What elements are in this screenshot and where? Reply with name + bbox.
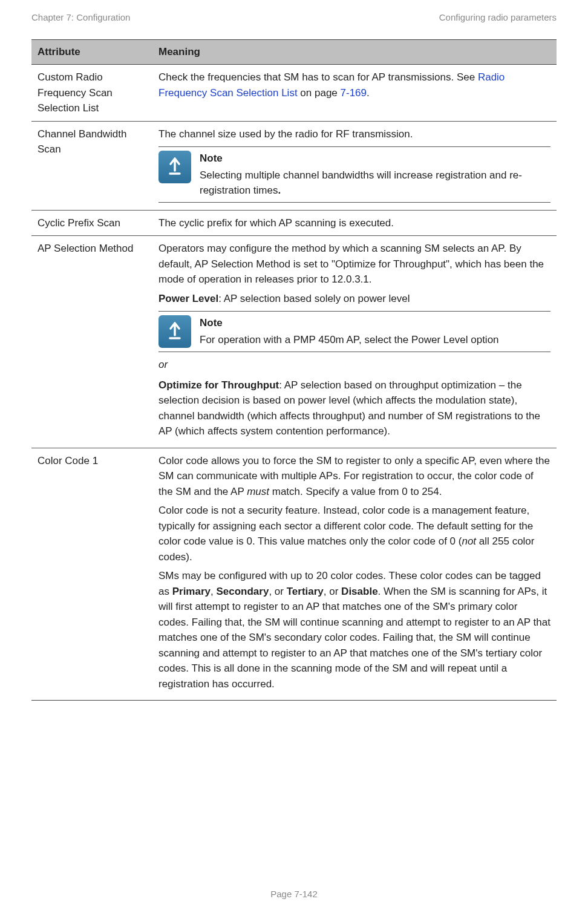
text: SMs may be configured with up to 20 colo…: [158, 568, 550, 692]
text: : AP selection based solely on power lev…: [218, 293, 410, 304]
text: Optimize for Throughput: AP selection ba…: [158, 378, 550, 439]
meaning-cell: Color code allows you to force the SM to…: [152, 448, 557, 701]
meaning-cell: The cyclic prefix for which AP scanning …: [152, 210, 557, 236]
text: on page: [298, 87, 341, 99]
page-ref-link[interactable]: 7-169: [341, 87, 367, 99]
table-row: Color Code 1 Color code allows you to fo…: [31, 448, 557, 701]
attr-cell: Cyclic Prefix Scan: [31, 210, 152, 236]
table-row: AP Selection Method Operators may config…: [31, 236, 557, 448]
page: Chapter 7: Configuration Configuring rad…: [0, 0, 588, 916]
table-row: Custom Radio Frequency Scan Selection Li…: [31, 65, 557, 122]
note-body: Selecting multiple channel bandwidths wi…: [200, 168, 550, 198]
attr-cell: Custom Radio Frequency Scan Selection Li…: [31, 65, 152, 122]
text: The channel size used by the radio for R…: [158, 126, 550, 142]
label-optimize-throughput: Optimize for Throughput: [158, 379, 279, 391]
note-box: Note For operation with a PMP 450m AP, s…: [158, 311, 550, 352]
note-title: Note: [200, 151, 550, 166]
attr-cell: AP Selection Method: [31, 236, 152, 448]
table-row: Cyclic Prefix Scan The cyclic prefix for…: [31, 210, 557, 236]
text: Check the frequencies that SM has to sca…: [158, 71, 478, 83]
page-header: Chapter 7: Configuration Configuring rad…: [31, 12, 557, 22]
note-body: For operation with a PMP 450m AP, select…: [200, 332, 550, 348]
page-footer: Page 7-142: [0, 889, 588, 899]
note-text: Note For operation with a PMP 450m AP, s…: [200, 315, 550, 347]
attr-cell: Color Code 1: [31, 448, 152, 701]
table-row: Channel Bandwidth Scan The channel size …: [31, 121, 557, 210]
info-icon: [158, 151, 191, 183]
meaning-cell: Operators may configure the method by wh…: [152, 236, 557, 448]
header-right: Configuring radio parameters: [439, 12, 557, 22]
meaning-cell: The channel size used by the radio for R…: [152, 121, 557, 210]
info-icon: [158, 315, 191, 348]
text: Color code allows you to force the SM to…: [158, 453, 550, 500]
note-title: Note: [200, 315, 550, 331]
text: Color code is not a security feature. In…: [158, 503, 550, 564]
text: Power Level: AP selection based solely o…: [158, 291, 550, 307]
attr-cell: Channel Bandwidth Scan: [31, 121, 152, 210]
col-meaning: Meaning: [152, 40, 557, 65]
table-header-row: Attribute Meaning: [31, 40, 557, 65]
col-attribute: Attribute: [31, 40, 152, 65]
label-power-level: Power Level: [158, 293, 218, 304]
or-separator: or: [158, 357, 550, 373]
meaning-cell: Check the frequencies that SM has to sca…: [152, 65, 557, 122]
note-box: Note Selecting multiple channel bandwidt…: [158, 146, 550, 203]
note-text: Note Selecting multiple channel bandwidt…: [200, 151, 550, 198]
text: Operators may configure the method by wh…: [158, 241, 550, 287]
attributes-table: Attribute Meaning Custom Radio Frequency…: [31, 39, 557, 701]
header-left: Chapter 7: Configuration: [31, 12, 130, 22]
text: .: [367, 87, 370, 99]
